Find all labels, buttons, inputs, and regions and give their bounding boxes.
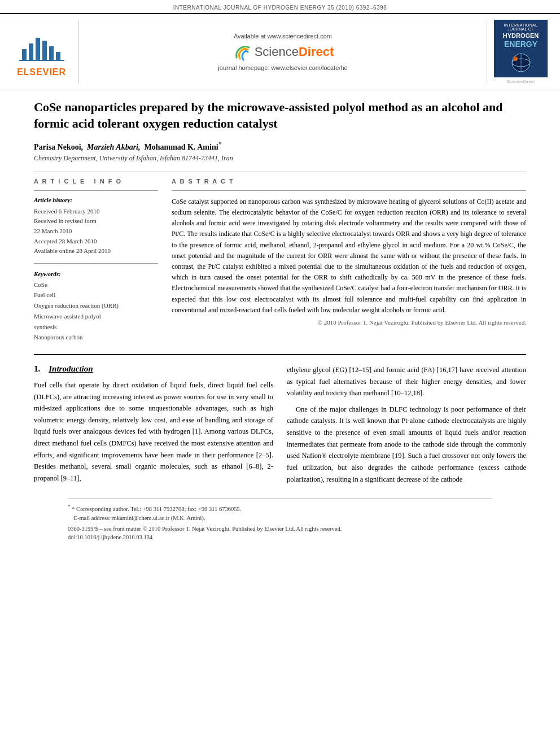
authors-text: Parisa Nekooi, Marzieh Akbari, Mohammad … (34, 143, 221, 151)
svg-rect-1 (29, 43, 33, 60)
center-banner: Available at www.sciencedirect.com Scien… (85, 20, 481, 84)
keyword-synthesis: synthesis (34, 322, 158, 333)
keyword-orr: Oxygen reduction reaction (ORR) (34, 300, 158, 311)
article-info-section-title: A R T I C L E I N F O (34, 178, 158, 185)
svg-rect-4 (49, 46, 54, 60)
intro-right-col: ethylene glycol (EG) [12–15] and formic … (287, 364, 526, 490)
svg-rect-2 (36, 38, 40, 60)
divider-after-affiliation (34, 172, 526, 172)
sciencedirect-label: ScienceDirect (255, 45, 334, 59)
intro-left-col: 1. Introduction Fuel cells that operate … (34, 364, 273, 490)
intro-right-p1: ethylene glycol (EG) [12–15] and formic … (287, 364, 526, 399)
received-revised-date: 22 March 2010 (34, 226, 158, 237)
keyword-cose: CoSe (34, 279, 158, 290)
elsevier-tree-icon (16, 32, 67, 66)
abstract-paragraph: CoSe catalyst supported on nanoporous ca… (172, 196, 526, 316)
online-date: Available online 28 April 2010 (34, 246, 158, 256)
hydrogen-energy-title: HYDROGEN ENERGY (496, 32, 545, 49)
section-number: 1. (34, 364, 40, 373)
article-body-two-col: A R T I C L E I N F O Article history: R… (34, 178, 526, 343)
keywords-section: Keywords: CoSe Fuel cell Oxygen reductio… (34, 270, 158, 343)
elsevier-logo: ELSEVIER (11, 20, 79, 84)
article-title: CoSe nanoparticles prepared by the micro… (34, 99, 526, 132)
journal-header: INTERNATIONAL JOURNAL OF HYDROGEN ENERGY… (0, 0, 560, 13)
abstract-text: CoSe catalyst supported on nanoporous ca… (172, 196, 526, 316)
right-col: A B S T R A C T CoSe catalyst supported … (172, 178, 526, 343)
email-note: E-mail address: mkamini@chem.ui.ac.ir (M… (68, 514, 492, 523)
sciencedirect-swoosh-icon (232, 42, 252, 62)
divider-abstract (172, 190, 526, 191)
section-title: Introduction (49, 364, 93, 373)
divider-keywords (34, 263, 158, 264)
journal-header-text: INTERNATIONAL JOURNAL OF HYDROGEN ENERGY… (173, 5, 387, 11)
hydrogen-energy-intl: International Journal of (496, 23, 545, 31)
affiliation: Chemistry Department, University of Isfa… (34, 154, 526, 163)
keywords-label: Keywords: (34, 270, 158, 277)
page: INTERNATIONAL JOURNAL OF HYDROGEN ENERGY… (0, 0, 560, 747)
hydrogen-energy-graphic (501, 50, 541, 73)
hydrogen-energy-box: International Journal of HYDROGEN ENERGY (494, 20, 548, 77)
svg-rect-0 (22, 49, 27, 60)
sciencedirect-logo: ScienceDirect (232, 42, 334, 62)
svg-point-10 (513, 56, 518, 61)
divider-article-info (34, 190, 158, 191)
introduction-right-text: ethylene glycol (EG) [12–15] and formic … (287, 364, 526, 485)
sciencedirect-small-label: ScienceDirect (507, 79, 535, 84)
keyword-nanoporous: Nanoporous carbon (34, 332, 158, 343)
main-content: CoSe nanoparticles prepared by the micro… (0, 90, 560, 552)
journal-homepage-text: journal homepage: www.elsevier.com/locat… (218, 64, 347, 71)
doi-line: doi:10.1016/j.ijhydene.2010.03.134 (68, 534, 492, 540)
elsevier-logo-image (14, 27, 70, 66)
introduction-left-text: Fuel cells that operate by direct oxidat… (34, 379, 273, 484)
accepted-date: Accepted 28 March 2010 (34, 237, 158, 247)
received-revised-label: Received in revised form (34, 216, 158, 226)
left-col: A R T I C L E I N F O Article history: R… (34, 178, 158, 343)
svg-rect-5 (56, 52, 60, 60)
corresponding-author-note: * * Corresponding author. Tel.: +98 311 … (68, 503, 492, 514)
intro-right-p2: One of the major challenges in DLFC tech… (287, 404, 526, 485)
authors: Parisa Nekooi, Marzieh Akbari, Mohammad … (34, 141, 526, 152)
article-history-label: Article history: (34, 196, 158, 203)
issn-line: 0360-3199/$ – see front matter © 2010 Pr… (68, 526, 492, 532)
keyword-fuel-cell: Fuel cell (34, 290, 158, 300)
svg-rect-3 (42, 41, 47, 60)
section-divider (34, 354, 526, 355)
available-at-text: Available at www.sciencedirect.com (234, 33, 332, 40)
copyright-line: © 2010 Professor T. Nejat Veziroglu. Pub… (172, 319, 526, 326)
abstract-section-title: A B S T R A C T (172, 178, 526, 185)
introduction-section: 1. Introduction Fuel cells that operate … (34, 364, 526, 490)
page-footer: * * Corresponding author. Tel.: +98 311 … (68, 499, 492, 540)
introduction-heading: 1. Introduction (34, 364, 273, 374)
received-date: Received 6 February 2010 (34, 207, 158, 217)
elsevier-label: ELSEVIER (17, 67, 66, 77)
banner: ELSEVIER Available at www.sciencedirect.… (0, 13, 560, 90)
right-banner: International Journal of HYDROGEN ENERGY… (487, 20, 549, 84)
keyword-microwave: Microwave-assisted polyol (34, 311, 158, 322)
